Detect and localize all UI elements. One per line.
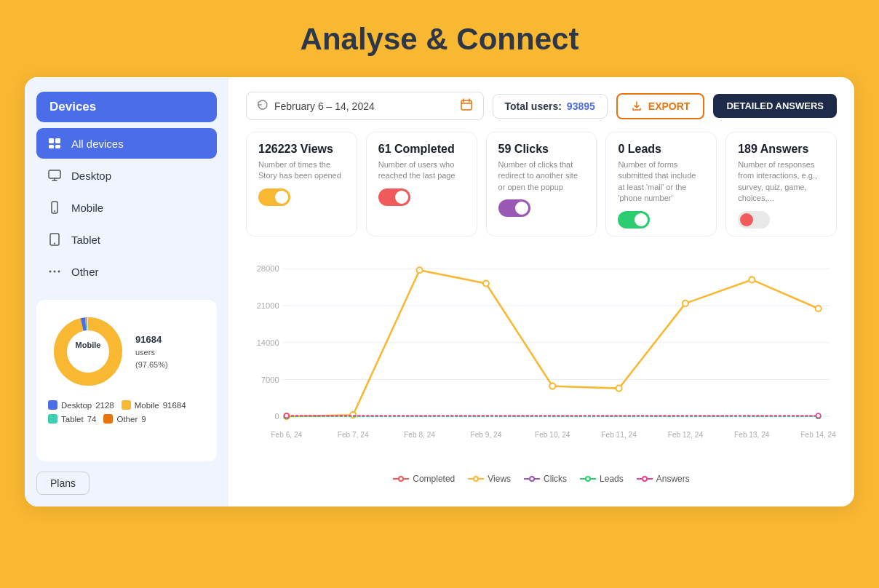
sidebar-item-all-devices[interactable]: All devices	[36, 128, 217, 159]
legend-tablet: Tablet 74	[48, 414, 96, 424]
svg-rect-1	[55, 138, 60, 143]
chart-legend-clicks: Clicks	[524, 474, 567, 484]
svg-text:Feb 9, 24: Feb 9, 24	[470, 430, 501, 438]
stat-desc-leads: Number of forms submitted that include a…	[618, 159, 704, 204]
svg-rect-4	[49, 170, 60, 178]
sidebar-item-tablet[interactable]: Tablet	[36, 224, 217, 255]
svg-point-41	[416, 267, 422, 273]
chart-legend-completed: Completed	[393, 474, 455, 484]
tablet-icon	[47, 231, 63, 247]
sidebar-item-desktop[interactable]: Desktop	[36, 160, 217, 191]
svg-rect-3	[55, 145, 60, 148]
svg-point-9	[49, 271, 52, 273]
stat-title-clicks: 59 Clicks	[498, 143, 585, 156]
page-title: Analyse & Connect	[301, 22, 579, 57]
svg-point-46	[749, 277, 755, 282]
svg-text:Feb 11, 24: Feb 11, 24	[601, 430, 637, 438]
toggle-clicks[interactable]	[498, 199, 530, 217]
legend-value-mobile: 91684	[163, 401, 186, 410]
toggle-leads[interactable]	[618, 211, 650, 229]
donut-center-label-text: users	[135, 346, 168, 359]
stat-card-answers: 189 Answers Number of responses from int…	[725, 132, 837, 237]
export-icon	[631, 100, 643, 112]
stat-card-clicks: 59 Clicks Number of clicks that redirect…	[486, 132, 597, 237]
dots-icon	[47, 263, 63, 279]
export-button[interactable]: EXPORT	[616, 93, 705, 119]
svg-text:14000: 14000	[257, 338, 279, 346]
legend-dot-desktop	[48, 400, 57, 410]
sidebar-other-label: Other	[71, 266, 99, 278]
svg-point-8	[54, 243, 55, 245]
total-users-display: Total users: 93895	[493, 94, 608, 119]
donut-area: Mobile 91684 users (97.65%)	[48, 311, 205, 392]
toggle-views[interactable]	[258, 188, 290, 206]
stats-row: 126223 Views Number of times the Story h…	[246, 132, 837, 237]
legend-mobile: Mobile 91684	[122, 400, 186, 410]
svg-text:Feb 10, 24: Feb 10, 24	[535, 430, 570, 438]
sidebar-item-mobile[interactable]: Mobile	[36, 192, 217, 223]
date-picker[interactable]: February 6 – 14, 2024	[246, 92, 484, 120]
chart-legend-label-leads: Leads	[600, 474, 624, 484]
svg-point-17	[68, 332, 108, 371]
legend-label-tablet: Tablet	[61, 415, 84, 424]
legend-label-desktop: Desktop	[61, 401, 92, 410]
chart-legend-label-views: Views	[488, 474, 511, 484]
svg-point-47	[816, 306, 822, 311]
svg-text:28000: 28000	[257, 264, 279, 273]
mobile-icon	[47, 199, 63, 215]
stat-title-views: 126223 Views	[258, 143, 345, 156]
legend-label-other: Other	[116, 415, 138, 424]
chart-legend-views: Views	[468, 474, 511, 484]
sidebar-item-other[interactable]: Other	[36, 256, 217, 287]
svg-point-54	[285, 413, 289, 418]
legend-desktop: Desktop 2128	[48, 400, 114, 410]
svg-text:Feb 6, 24: Feb 6, 24	[271, 430, 302, 438]
svg-text:0: 0	[274, 412, 279, 421]
toggle-circle-clicks	[515, 202, 528, 215]
svg-text:Feb 14, 24: Feb 14, 24	[800, 430, 836, 438]
toggle-completed[interactable]	[378, 188, 410, 206]
chart-legend-leads: Leads	[580, 474, 624, 484]
legend-items: Desktop 2128 Mobile 91684 Tablet 74 Othe…	[48, 400, 205, 424]
svg-point-40	[350, 412, 356, 418]
svg-text:21000: 21000	[257, 301, 279, 310]
svg-rect-2	[49, 145, 54, 148]
refresh-icon	[257, 99, 269, 113]
legend-label-mobile: Mobile	[135, 401, 159, 410]
stat-desc-views: Number of times the Story has been opene…	[258, 159, 345, 182]
stat-title-completed: 61 Completed	[378, 143, 465, 156]
sidebar-title: Devices	[36, 92, 217, 122]
svg-text:Mobile: Mobile	[76, 341, 101, 349]
toggle-circle-leads	[635, 213, 648, 226]
svg-point-55	[816, 413, 821, 418]
date-range-text: February 6 – 14, 2024	[274, 100, 375, 112]
chart-legend: Completed Views Clicks	[246, 474, 837, 484]
chart-legend-answers: Answers	[637, 474, 690, 484]
legend-value-desktop: 2128	[95, 401, 114, 410]
toggle-circle-answers	[740, 213, 753, 226]
svg-point-10	[54, 271, 56, 273]
main-content: February 6 – 14, 2024 Total users: 93895…	[228, 77, 854, 506]
stat-desc-answers: Number of responses from interactions, e…	[738, 159, 824, 204]
line-chart: 28000 21000 14000 7000 0 Feb 6, 24 Feb 7…	[246, 248, 837, 466]
svg-rect-0	[49, 138, 54, 143]
sidebar-mobile-label: Mobile	[71, 202, 103, 214]
svg-point-6	[54, 210, 55, 212]
svg-point-43	[549, 383, 555, 389]
detailed-answers-button[interactable]: DETAILED ANSWERS	[713, 94, 837, 118]
legend-dot-mobile	[122, 400, 131, 410]
donut-center-value: 91684	[135, 333, 168, 347]
plans-button[interactable]: Plans	[36, 472, 90, 495]
svg-point-44	[616, 385, 622, 391]
sidebar-desktop-label: Desktop	[71, 170, 111, 182]
stat-card-views: 126223 Views Number of times the Story h…	[246, 132, 357, 237]
chart-area: 28000 21000 14000 7000 0 Feb 6, 24 Feb 7…	[246, 248, 837, 495]
svg-text:7000: 7000	[261, 375, 279, 384]
chart-legend-label-answers: Answers	[656, 474, 690, 484]
chart-legend-box: Mobile 91684 users (97.65%) Desktop 2128…	[36, 300, 217, 461]
stat-desc-clicks: Number of clicks that redirect to anothe…	[498, 159, 585, 193]
top-bar: February 6 – 14, 2024 Total users: 93895…	[246, 92, 837, 120]
toggle-answers[interactable]	[738, 211, 770, 229]
svg-text:Feb 12, 24: Feb 12, 24	[668, 430, 704, 438]
toggle-circle-completed	[395, 191, 408, 204]
